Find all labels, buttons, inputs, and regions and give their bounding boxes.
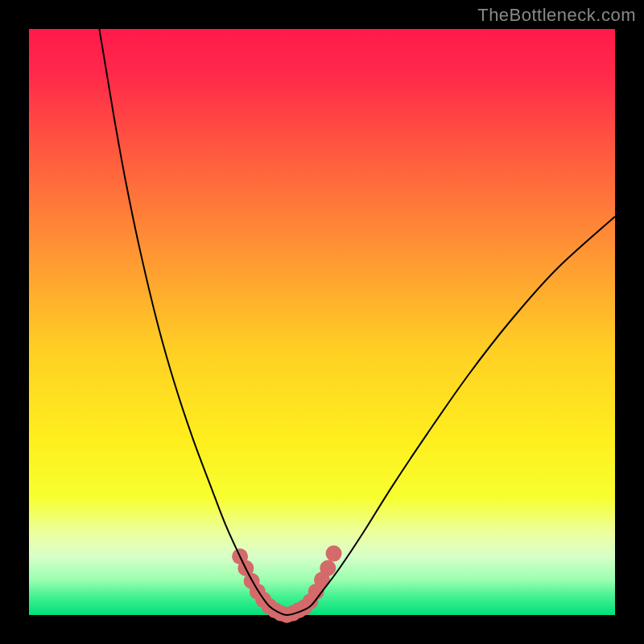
chart-frame: TheBottleneck.com — [0, 0, 644, 644]
highlight-dot — [320, 560, 336, 576]
plot-background — [29, 29, 615, 615]
bottleneck-chart — [0, 0, 644, 644]
highlight-dot — [326, 546, 342, 562]
watermark-text: TheBottleneck.com — [477, 5, 636, 26]
